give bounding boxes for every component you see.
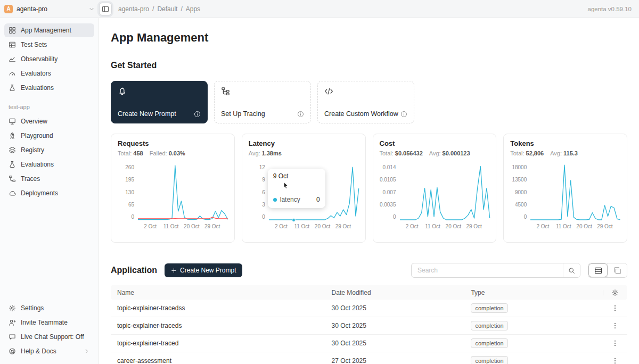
workspace-selector[interactable]: A agenta-pro bbox=[4, 5, 99, 13]
breadcrumb-item-apps[interactable]: Apps bbox=[186, 5, 200, 13]
sidebar-app-item-registry[interactable]: Registry bbox=[4, 143, 94, 157]
sidebar-item-observability[interactable]: Observability bbox=[4, 52, 94, 66]
ellipsis-v-icon bbox=[611, 340, 619, 347]
y-tick-label: 6 bbox=[262, 189, 265, 195]
get-started-card-create-custom-workflow[interactable]: Create Custom Workflow bbox=[317, 81, 414, 123]
sidebar-bottom-nav: SettingsInvite TeammateLive Chat Support… bbox=[4, 301, 94, 359]
sidebar-app-item-deployments[interactable]: Deployments bbox=[4, 186, 94, 200]
sidebar-bottom-item-invite-teammate[interactable]: Invite Teammate bbox=[4, 316, 94, 329]
sidebar-collapse-button[interactable] bbox=[99, 3, 112, 15]
tooltip-series-value: 0 bbox=[316, 196, 320, 203]
stat-metric-label: Avg: bbox=[249, 150, 260, 156]
get-started-card-footer: Create New Prompt bbox=[118, 110, 201, 118]
x-tick-label: 2 Oct bbox=[406, 224, 419, 229]
stat-metric-value: $0.000123 bbox=[443, 150, 470, 156]
table-view-button[interactable] bbox=[588, 263, 608, 277]
row-menu-button[interactable] bbox=[609, 354, 621, 364]
x-tick-label: 20 Oct bbox=[576, 224, 592, 229]
chat-icon bbox=[9, 333, 16, 341]
main-content: App Management Get Started Create New Pr… bbox=[99, 18, 639, 364]
stat-avg: Avg:115.3 bbox=[550, 150, 578, 156]
cell-date-modified: 30 Oct 2025 bbox=[325, 304, 465, 312]
x-tick-label: 20 Oct bbox=[446, 224, 461, 229]
cell-type: completion bbox=[464, 321, 603, 330]
breadcrumb-item-default[interactable]: Default bbox=[157, 5, 177, 13]
chart-plot[interactable] bbox=[530, 164, 620, 220]
sidebar-app-item-playground[interactable]: Playground bbox=[4, 129, 94, 143]
cell-type: completion bbox=[464, 356, 603, 364]
y-axis-labels: 0.0140.01050.0070.00350 bbox=[380, 164, 400, 220]
y-tick-label: 0 bbox=[131, 214, 134, 220]
cell-type: completion bbox=[464, 338, 603, 348]
table-settings-button[interactable] bbox=[609, 286, 621, 299]
search-button[interactable] bbox=[563, 263, 580, 277]
cell-name: career-assessment bbox=[111, 357, 325, 364]
stat-metric-value: 115.3 bbox=[563, 150, 578, 156]
sidebar-item-label: Evaluators bbox=[21, 70, 51, 77]
sidebar-app-item-evaluations[interactable]: Evaluations bbox=[4, 158, 94, 171]
sidebar-item-test-sets[interactable]: Test Sets bbox=[4, 38, 94, 52]
table-row[interactable]: topic-explainer-tracedss30 Oct 2025compl… bbox=[111, 300, 627, 317]
sidebar-item-app-management[interactable]: App Management bbox=[4, 23, 94, 37]
stat-card-subtitle: Avg:1.38ms bbox=[249, 150, 359, 156]
sidebar-bottom-item-help-docs[interactable]: Help & Docs bbox=[4, 344, 94, 358]
y-axis-labels: 129630 bbox=[249, 164, 269, 220]
sidebar-app-nav: OverviewPlaygroundRegistryEvaluationsTra… bbox=[4, 114, 94, 201]
x-tick-label: 29 Oct bbox=[466, 224, 481, 229]
stat-metric-value: 458 bbox=[133, 150, 143, 156]
stat-metric-value: 0.03% bbox=[169, 150, 185, 156]
row-menu-button[interactable] bbox=[609, 302, 621, 315]
sidebar-item-evaluations[interactable]: Evaluations bbox=[4, 81, 94, 95]
breadcrumb-separator: / bbox=[181, 5, 182, 13]
view-toggle bbox=[588, 263, 627, 278]
sidebar-app-item-traces[interactable]: Traces bbox=[4, 172, 94, 186]
table-row[interactable]: topic-explainer-traceds30 Oct 2025comple… bbox=[111, 317, 627, 335]
column-settings-cell bbox=[603, 286, 627, 299]
card-view-button[interactable] bbox=[608, 263, 627, 277]
chart-plot[interactable] bbox=[400, 164, 490, 220]
info-icon[interactable] bbox=[194, 111, 201, 118]
y-tick-label: 260 bbox=[125, 164, 134, 170]
create-new-prompt-button[interactable]: Create New Prompt bbox=[165, 263, 242, 277]
sidebar-item-label: Evaluations bbox=[21, 161, 54, 168]
sidebar-bottom-item-live-chat-support-off[interactable]: Live Chat Support: Off bbox=[4, 330, 94, 344]
sidebar-app-section-label: test-app bbox=[9, 104, 90, 110]
sidebar-spacer bbox=[4, 201, 94, 301]
stat-metric-value: $0.056432 bbox=[395, 150, 423, 156]
sidebar-app-item-overview[interactable]: Overview bbox=[4, 114, 94, 128]
overview-icon bbox=[9, 118, 16, 125]
chart-plot[interactable] bbox=[138, 164, 228, 220]
stat-card-title: Requests bbox=[118, 139, 228, 147]
search-input[interactable] bbox=[412, 263, 563, 277]
sidebar-item-label: Evaluations bbox=[21, 84, 54, 92]
column-header-name: Name bbox=[111, 289, 325, 296]
sidebar-item-label: Playground bbox=[21, 132, 53, 139]
get-started-card-create-new-prompt[interactable]: Create New Prompt bbox=[111, 81, 208, 123]
row-menu-button[interactable] bbox=[609, 319, 621, 332]
search-icon bbox=[568, 267, 575, 274]
settings-icon bbox=[9, 304, 16, 312]
get-started-card-set-up-tracing[interactable]: Set Up Tracing bbox=[214, 81, 311, 123]
stat-avg: Avg:$0.000123 bbox=[429, 150, 470, 156]
ellipsis-v-icon bbox=[611, 357, 619, 364]
y-tick-label: 13500 bbox=[512, 177, 527, 183]
sidebar-bottom-item-settings[interactable]: Settings bbox=[4, 301, 94, 315]
chart-cost: 0.0140.01050.0070.00350 bbox=[380, 164, 490, 220]
y-tick-label: 0.0035 bbox=[380, 202, 396, 208]
chart-plot[interactable]: 9 Octlatency0 bbox=[269, 164, 359, 220]
series-color-dot bbox=[273, 198, 277, 202]
info-icon[interactable] bbox=[297, 111, 304, 118]
cell-actions bbox=[603, 302, 627, 315]
tracing-icon bbox=[221, 87, 230, 96]
column-header-type: Type bbox=[464, 289, 603, 296]
stats-row: RequestsTotal:458Failed:0.03%26019513065… bbox=[111, 134, 627, 243]
stat-card-title: Latency bbox=[249, 139, 359, 147]
table-row[interactable]: career-assessment27 Oct 2025completion bbox=[111, 352, 627, 364]
breadcrumb-item-agenta-pro[interactable]: agenta-pro bbox=[118, 5, 149, 13]
table-row[interactable]: topic-explainer-traced30 Oct 2025complet… bbox=[111, 335, 627, 352]
sidebar-item-evaluators[interactable]: Evaluators bbox=[4, 67, 94, 80]
info-icon[interactable] bbox=[400, 111, 407, 118]
row-menu-button[interactable] bbox=[609, 337, 621, 350]
x-tick-label: 29 Oct bbox=[597, 224, 612, 229]
table-view-icon bbox=[594, 267, 602, 275]
